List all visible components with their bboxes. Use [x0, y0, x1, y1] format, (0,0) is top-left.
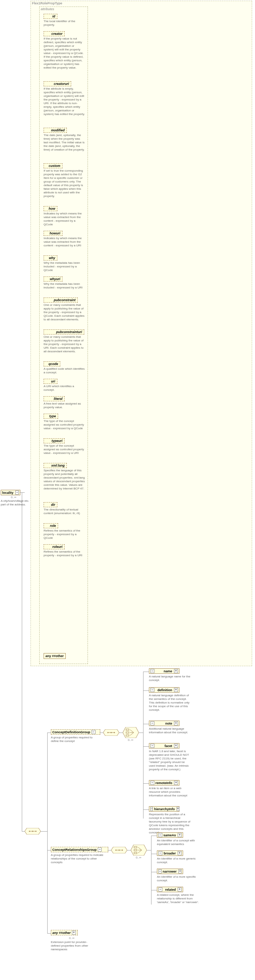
attr-custom: custom [44, 163, 62, 169]
attr-label: howuri [50, 231, 61, 235]
el-desc: An identifier of a more generic concept. [157, 857, 200, 864]
collapse-icon[interactable]: − [150, 688, 155, 692]
cdg-choice-occ: 0..∞ [128, 738, 133, 741]
el-desc: An identifier of a more specific concept… [157, 875, 200, 882]
attr-label: xml:lang [51, 464, 65, 467]
attr-desc: One or many constraints that apply to pu… [44, 303, 85, 321]
attr-why: why [44, 255, 57, 261]
collapse-icon[interactable]: − [150, 781, 155, 785]
expand-icon[interactable]: + [178, 833, 182, 837]
attr-desc: The type of the concept assigned as cont… [44, 444, 85, 455]
choice-crg [131, 845, 147, 856]
any-other-label: any ##other [52, 931, 71, 935]
group-concept-relationships: ConceptRelationshipsGroup− [51, 847, 108, 852]
expand-icon[interactable]: + [178, 869, 182, 873]
el-label: narrower [163, 870, 177, 873]
collapse-icon[interactable]: − [150, 669, 155, 673]
el-label: related [165, 888, 176, 891]
attr-label: type [49, 414, 56, 418]
expand-icon[interactable]: − [15, 490, 19, 495]
attr-label: why [49, 256, 55, 260]
attr-label: typeuri [52, 439, 62, 443]
attr-modified: modified [44, 128, 67, 133]
el-desc: Represents the position of a concept in … [149, 813, 192, 835]
collapse-icon[interactable]: − [158, 833, 163, 837]
expand-icon[interactable]: + [72, 931, 76, 935]
attr-label: dir [51, 503, 55, 506]
attr-group-label: attributes [41, 7, 54, 11]
attr-label: role [50, 524, 56, 528]
expand-icon[interactable]: + [177, 807, 179, 811]
el-desc: In NAR 1.8 and later, facet is deprecate… [149, 749, 192, 772]
expand-icon[interactable]: + [174, 781, 178, 785]
collapse-icon[interactable]: − [158, 888, 163, 891]
attr-desc: If the property value is not defined, sp… [44, 37, 85, 70]
collapse-icon[interactable]: − [158, 869, 162, 873]
attr-how: how [44, 206, 57, 211]
expand-icon[interactable]: − [98, 848, 102, 851]
wildcard-element: any ##other+ [51, 930, 78, 935]
any-other-desc: Extension point for provider-defined pro… [51, 940, 94, 951]
el-desc: A natural language name for the concept. [149, 675, 192, 682]
collapse-icon[interactable]: − [150, 744, 155, 748]
expand-icon[interactable]: + [174, 669, 178, 673]
attr-creatoruri: creatoruri [44, 81, 71, 86]
attr-label: uri [51, 380, 55, 383]
attr-qcode: qcode [44, 361, 60, 366]
type-label: Flex1RolePropType [32, 2, 62, 5]
attr-desc: Refines the semantics of the property - … [44, 550, 85, 557]
attr-label: whyuri [50, 277, 60, 281]
crg-choice-occ: 0..∞ [136, 856, 141, 859]
attr-roleuri: roleuri [44, 544, 65, 549]
attr-desc: The date (and, optionally, the time) whe… [44, 134, 85, 152]
attr-literal: literal [44, 396, 65, 401]
attr-desc: A free-text value assigned as property v… [44, 402, 85, 409]
sequence-crg [111, 847, 127, 853]
attr-id: id [44, 14, 57, 19]
element-definition: −definition+ [149, 687, 179, 693]
attr-type: type [44, 414, 58, 419]
attr-desc: Specifies the language of this property … [44, 469, 85, 490]
attr-pubconstrainturi: pubconstrainturi [44, 329, 84, 334]
attr-desc: A URI which identifies a concept. [44, 385, 85, 392]
attr-desc: The directionality of textual content (e… [44, 508, 85, 515]
attr-whyuri: whyuri [44, 277, 62, 282]
attr-dir: dir [44, 502, 57, 507]
sequence-cdg [103, 729, 119, 736]
el-desc: A natural language definition of the sem… [149, 694, 192, 712]
collapse-icon[interactable]: − [150, 807, 153, 811]
expand-icon[interactable]: + [178, 851, 182, 855]
attr-label: qcode [48, 362, 58, 366]
cdg-desc: A group of properties required to define… [51, 736, 100, 743]
element-hierarchyInfo: −hierarchyInfo+ [149, 806, 179, 811]
wildcard-attribute: any ##other [44, 653, 66, 659]
attr-label: literal [54, 397, 62, 401]
el-desc: A link to an item or a web resource whic… [149, 787, 192, 797]
el-label: broader [163, 851, 176, 855]
attr-pubconstraint: pubconstraint [44, 298, 78, 302]
element-related: −related+ [157, 887, 183, 892]
attr-uri: uri [44, 379, 57, 384]
sequence-main [25, 828, 41, 835]
attr-label: creatoruri [54, 82, 69, 86]
attr-desc: Refines the semantics of the property - … [44, 529, 85, 540]
any-other-occ: 0..∞ [69, 937, 75, 940]
expand-icon[interactable]: + [174, 688, 178, 692]
crg-label: ConceptRelationshipsGroup [52, 848, 97, 851]
expand-icon[interactable]: − [92, 730, 96, 734]
attr-desc: If set to true the corresponding propert… [44, 169, 85, 198]
collapse-icon[interactable]: − [158, 851, 163, 855]
collapse-icon[interactable]: − [150, 721, 155, 725]
locality-desc: A city/town/village etc. part of the add… [1, 499, 30, 506]
attr-label: pubconstrainturi [56, 330, 83, 334]
el-desc: An identifier of a concept with equivale… [157, 839, 200, 846]
attr-desc: The type of the concept assigned as cont… [44, 420, 85, 430]
expand-icon[interactable]: + [174, 744, 178, 748]
el-desc: A related concept, where the relationshi… [157, 893, 200, 904]
attr-label: how [49, 207, 55, 210]
expand-icon[interactable]: + [174, 721, 178, 725]
el-label: facet [164, 744, 172, 748]
attr-label: roleuri [52, 545, 62, 549]
expand-icon[interactable]: + [178, 888, 182, 891]
attr-desc: A qualified code which identifies a conc… [44, 367, 85, 374]
